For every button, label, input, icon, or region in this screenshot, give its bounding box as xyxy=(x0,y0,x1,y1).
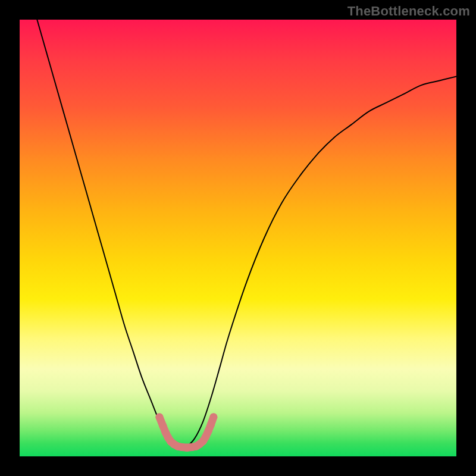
plot-area xyxy=(20,20,456,456)
chart-svg xyxy=(20,20,456,456)
watermark-text: TheBottleneck.com xyxy=(347,4,470,19)
chart-container: TheBottleneck.com xyxy=(0,0,476,476)
marker-dot xyxy=(209,413,217,421)
curve-right-curve xyxy=(186,76,456,447)
marker-dot xyxy=(155,413,163,421)
curve-left-curve xyxy=(37,20,186,447)
marker-dot xyxy=(207,421,215,428)
